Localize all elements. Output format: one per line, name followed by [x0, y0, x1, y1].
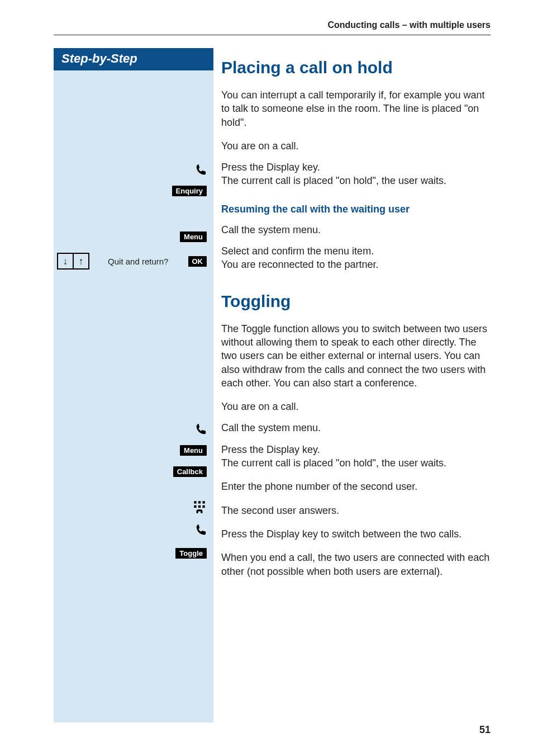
callbck-key-label: Callbck	[173, 466, 207, 477]
menu-key-2: Menu	[180, 445, 207, 456]
menu-key-label: Menu	[180, 231, 207, 242]
svg-rect-0	[194, 501, 196, 503]
section2-step3a: Press the Display key.	[221, 444, 320, 455]
handset-icon	[194, 424, 207, 438]
phone-icon-3	[194, 525, 207, 539]
section2-intro: The Toggle function allows you to switch…	[221, 322, 491, 390]
section1-step4: Select and confirm the menu item. You ar…	[221, 244, 491, 272]
nav-row: ↓ ↑ Quit and return? OK	[54, 253, 207, 270]
svg-rect-5	[202, 505, 204, 508]
section1-title: Placing a call on hold	[221, 58, 491, 77]
keypad-icon	[192, 500, 207, 517]
section2-step6: Press the Display key to switch between …	[221, 527, 491, 541]
section1-subhead: Resuming the call with the waiting user	[221, 204, 491, 215]
arrow-down-icon: ↓	[57, 253, 74, 270]
content-columns: Step-by-Step Enquiry Menu ↓ ↑ Quit and r…	[54, 48, 491, 722]
section1-step4b: You are reconnected to the partner.	[221, 259, 379, 270]
svg-rect-4	[198, 505, 201, 508]
head-rule	[54, 35, 491, 35]
section2-step1: You are on a call.	[221, 400, 491, 413]
toggle-key-label: Toggle	[175, 548, 207, 559]
section1-step4a: Select and confirm the menu item.	[221, 245, 374, 257]
main-content: Placing a call on hold You can interrupt…	[213, 48, 491, 722]
section1-step1: You are on a call.	[221, 139, 491, 153]
section1-step2a: Press the Display key.	[221, 162, 320, 173]
page-number: 51	[479, 724, 491, 736]
dialpad-icon	[192, 500, 207, 517]
svg-rect-2	[202, 501, 204, 503]
enquiry-key-label: Enquiry	[172, 186, 207, 196]
ok-key-label: OK	[188, 256, 207, 267]
nav-label: Quit and return?	[103, 257, 173, 266]
section2-step3: Press the Display key. The current call …	[221, 443, 491, 470]
sidebar-header: Step-by-Step	[54, 48, 213, 70]
phone-icon	[194, 164, 207, 179]
handset-icon	[194, 164, 207, 179]
section2-step7: When you end a call, the two users are c…	[221, 551, 491, 578]
section2-step4: Enter the phone number of the second use…	[221, 480, 491, 493]
section2-step2: Call the system menu.	[221, 421, 491, 434]
section1-step2: Press the Display key. The current call …	[221, 160, 491, 188]
toggle-key: Toggle	[175, 548, 207, 559]
page: Conducting calls – with multiple users S…	[0, 0, 533, 756]
running-head: Conducting calls – with multiple users	[327, 20, 491, 30]
handset-icon	[194, 525, 207, 539]
menu-key-1: Menu	[180, 231, 207, 242]
svg-rect-3	[194, 505, 196, 508]
sidebar: Step-by-Step Enquiry Menu ↓ ↑ Quit and r…	[54, 48, 213, 722]
svg-rect-1	[198, 501, 201, 503]
section1-intro: You can interrupt a call temporarily if,…	[221, 88, 491, 129]
phone-icon-2	[194, 424, 207, 438]
enquiry-key: Enquiry	[172, 186, 207, 196]
callbck-key: Callbck	[173, 466, 207, 477]
arrow-up-icon: ↑	[73, 253, 89, 270]
arrow-buttons: ↓ ↑	[57, 253, 88, 270]
section1-step3: Call the system menu.	[221, 223, 491, 237]
section1-step2b: The current call is placed "on hold", th…	[221, 175, 446, 186]
section2-title: Toggling	[221, 292, 491, 311]
section2-step5: The second user answers.	[221, 504, 491, 517]
section2-step3b: The current call is placed "on hold", th…	[221, 457, 446, 469]
menu-key-label-2: Menu	[180, 445, 207, 456]
